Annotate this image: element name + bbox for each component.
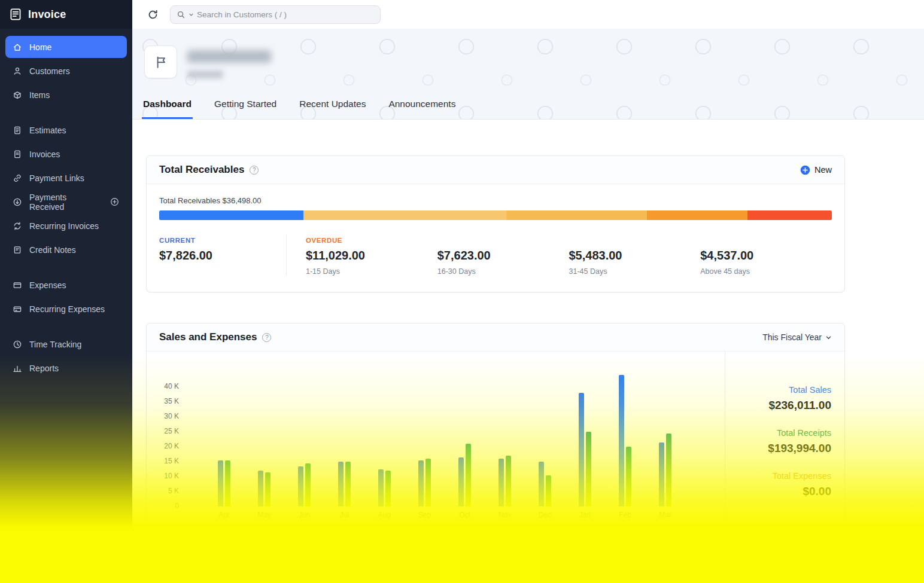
chart-bar-sales [458, 457, 464, 507]
y-axis-tick-label: 0 [175, 502, 179, 510]
chart-bar-group: Jun [298, 387, 311, 506]
sidebar-item-label: Home [29, 42, 51, 52]
tab-bar: DashboardGetting StartedRecent UpdatesAn… [142, 99, 457, 119]
chart-bar-group: Oct [458, 387, 471, 506]
sidebar-item-customers[interactable]: Customers [5, 60, 127, 82]
chart-bar-group: Sep [418, 387, 431, 506]
sidebar-item-time-tracking[interactable]: Time Tracking [5, 333, 127, 355]
chart-bar-group: Jan [579, 387, 591, 506]
total-stat-total-sales: Total Sales$236,011.00 [730, 385, 831, 412]
sidebar-item-invoices[interactable]: Invoices [5, 143, 127, 165]
total-stat-total-expenses: Total Expenses$0.00 [730, 471, 831, 498]
search-icon [177, 10, 186, 19]
chart-bar-group: Feb [619, 387, 631, 506]
chart-bar-receipts [466, 444, 471, 506]
overdue-bucket: $7,623.0016-30 Days [437, 234, 569, 276]
sidebar-item-payment-links[interactable]: Payment Links [5, 167, 127, 189]
sidebar-group: ExpensesRecurring Expenses [5, 274, 127, 320]
sidebar-item-expenses[interactable]: Expenses [5, 274, 127, 296]
sidebar-item-credit-notes[interactable]: Credit Notes [5, 239, 127, 261]
sidebar-item-reports[interactable]: Reports [5, 357, 127, 379]
fiscal-year-filter-dropdown[interactable]: This Fiscal Year [762, 332, 832, 342]
x-axis-month-label: Dec [539, 511, 551, 519]
chart-bar-sales [218, 460, 223, 507]
sales-card-header: Sales and Expenses ? This Fiscal Year [147, 323, 844, 352]
sidebar-item-label: Items [29, 90, 50, 100]
sales-title: Sales and Expenses [159, 331, 257, 343]
total-stat-label: Total Receipts [730, 428, 831, 438]
x-axis-month-label: Jun [299, 511, 310, 519]
chart-bar-sales [659, 442, 664, 507]
refresh-icon[interactable] [144, 6, 162, 23]
sales-expenses-chart: 40 K35 K30 K25 K20 K15 K10 K5 K0 AprMayJ… [147, 352, 725, 583]
organization-avatar [144, 45, 177, 78]
chart-bar-group: Dec [539, 387, 551, 506]
credit-notes-icon [13, 245, 22, 255]
new-button[interactable]: New [800, 165, 832, 175]
help-icon[interactable]: ? [262, 333, 271, 342]
overdue-amount: $5,483.00 [569, 249, 701, 262]
overdue-bucket: OVERDUE$11,029.001-15 Days [306, 234, 437, 276]
x-axis-month-label: Aug [378, 511, 391, 519]
overdue-amount: $4,537.00 [700, 249, 832, 262]
payments-received-icon [13, 197, 22, 207]
receivables-bar-segment-overdue-above-45-days [747, 210, 832, 220]
sidebar-item-label: Payment Links [29, 173, 84, 183]
content: Total Receivables ? New Total Receivable… [132, 120, 924, 583]
tab-getting-started[interactable]: Getting Started [213, 99, 278, 119]
chart-bar-sales [579, 393, 584, 506]
main-area: DashboardGetting StartedRecent UpdatesAn… [132, 0, 924, 583]
chart-plot-area: AprMayJunJulAugSepOctNovDecJanFebMar [186, 387, 721, 506]
search-input[interactable] [197, 10, 374, 19]
sidebar-item-label: Time Tracking [29, 340, 81, 349]
sidebar-item-label: Credit Notes [29, 245, 76, 255]
search-box[interactable] [170, 5, 381, 24]
search-scope-chevron-down-icon[interactable] [189, 12, 194, 17]
sidebar-item-label: Reports [29, 364, 59, 373]
receivables-body: Total Receivables $36,498.00 CURRENT $7,… [147, 184, 844, 292]
plus-circle-icon [110, 197, 120, 207]
sidebar-item-label: Recurring Expenses [29, 304, 105, 314]
sidebar-item-recurring-expenses[interactable]: Recurring Expenses [5, 298, 127, 320]
y-axis-tick-label: 20 K [164, 442, 179, 450]
expenses-icon [13, 280, 22, 290]
sidebar-item-recurring-invoices[interactable]: Recurring Invoices [5, 215, 127, 237]
overdue-range-label: 1-15 Days [306, 267, 437, 276]
x-axis-month-label: Apr [218, 511, 230, 519]
recurring-invoices-icon [13, 221, 22, 231]
chart-bar-group: Jul [338, 387, 351, 506]
new-button-label: New [814, 165, 832, 175]
overdue-range-label: 16-30 Days [437, 267, 569, 276]
tab-dashboard[interactable]: Dashboard [142, 99, 193, 119]
chart-bar-sales [338, 462, 344, 506]
chart-bar-sales [378, 469, 384, 507]
redacted-organization-subtitle [187, 71, 223, 78]
app-logo: Invoice [0, 0, 132, 29]
sidebar: Invoice HomeCustomersItemsEstimatesInvoi… [0, 0, 132, 583]
sidebar-item-items[interactable]: Items [5, 84, 127, 106]
sidebar-item-estimates[interactable]: Estimates [5, 119, 127, 141]
chart-bar-receipts [506, 456, 511, 506]
tab-recent-updates[interactable]: Recent Updates [298, 99, 367, 119]
help-icon[interactable]: ? [250, 166, 259, 175]
chart-bar-receipts [345, 462, 351, 506]
x-axis-month-label: Jul [340, 511, 349, 519]
overdue-bucket: $5,483.0031-45 Days [569, 234, 701, 276]
receivables-title: Total Receivables [159, 164, 244, 176]
tab-announcements[interactable]: Announcements [387, 99, 457, 119]
chart-bar-receipts [265, 472, 270, 507]
sidebar-item-payments-received[interactable]: Payments Received [5, 191, 127, 213]
total-stat-label: Total Expenses [730, 471, 831, 481]
y-axis-tick-label: 35 K [164, 397, 179, 405]
x-axis-month-label: Nov [499, 511, 511, 519]
x-axis-month-label: Oct [459, 511, 470, 519]
sidebar-item-home[interactable]: Home [5, 36, 127, 58]
chart-bar-sales [619, 375, 624, 506]
overdue-bucket: $4,537.00Above 45 days [700, 234, 832, 276]
sidebar-item-label: Invoices [29, 149, 60, 159]
chart-bar-receipts [586, 432, 591, 506]
sidebar-item-label: Estimates [29, 126, 66, 135]
chart-bar-receipts [626, 447, 631, 506]
chart-bar-group: Apr [218, 387, 230, 506]
sidebar-item-label: Payments Received [29, 193, 103, 212]
